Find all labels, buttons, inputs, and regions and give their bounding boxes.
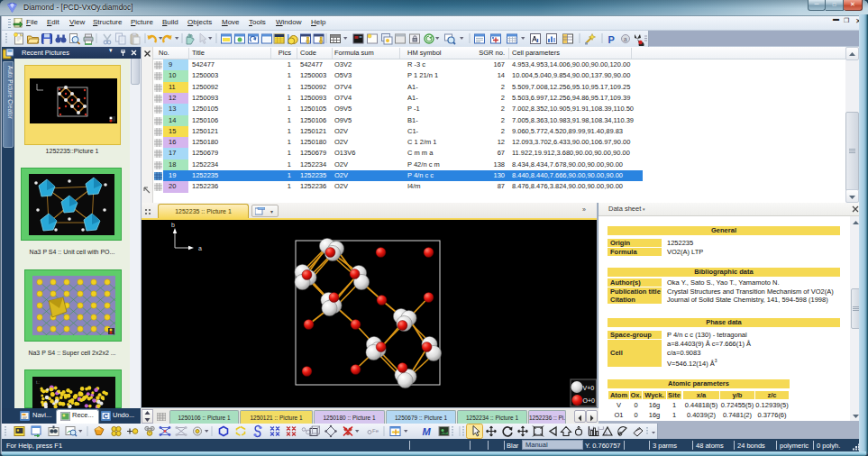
svg-text:Fe: Fe <box>372 428 379 433</box>
svg-text:a: a <box>198 245 202 251</box>
svg-text:b: b <box>171 222 175 228</box>
svg-text:M: M <box>423 426 432 437</box>
svg-text:V+0: V+0 <box>583 385 595 391</box>
svg-text:t.:: t.: <box>36 379 40 385</box>
svg-text:P: P <box>608 34 615 45</box>
svg-text:a: a <box>624 36 627 42</box>
svg-text:O+0: O+0 <box>583 397 596 404</box>
